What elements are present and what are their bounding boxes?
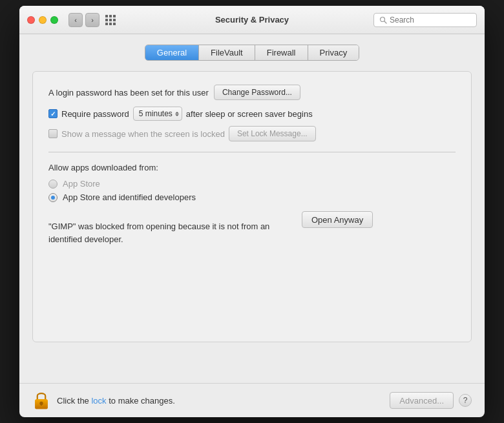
settings-panel: A login password has been set for this u… bbox=[32, 71, 472, 342]
set-lock-message-button[interactable]: Set Lock Message... bbox=[229, 126, 316, 141]
bottom-buttons: Advanced... ? bbox=[390, 392, 472, 409]
lock-message-checkbox[interactable] bbox=[48, 129, 58, 138]
minimize-button[interactable] bbox=[39, 16, 47, 24]
tab-bar: General FileVault Firewall Privacy bbox=[32, 45, 472, 61]
radio-app-store[interactable] bbox=[48, 180, 58, 189]
grid-icon bbox=[105, 15, 116, 25]
svg-line-1 bbox=[384, 21, 386, 23]
lock-icon bbox=[32, 390, 50, 411]
radio-app-store-row: App Store bbox=[48, 179, 456, 189]
traffic-lights bbox=[27, 16, 58, 24]
downloads-section: Allow apps downloaded from: App Store Ap… bbox=[48, 163, 456, 245]
blocked-row: "GIMP" was blocked from opening because … bbox=[48, 211, 456, 245]
select-arrow-icon bbox=[175, 112, 179, 116]
svg-point-0 bbox=[381, 17, 385, 21]
radio-app-store-label: App Store bbox=[63, 179, 100, 189]
help-button[interactable]: ? bbox=[459, 394, 472, 407]
window-title: Security & Privacy bbox=[215, 15, 289, 25]
require-password-label-after: after sleep or screen saver begins bbox=[186, 109, 313, 119]
content-area: General FileVault Firewall Privacy A log… bbox=[19, 34, 485, 383]
password-row: A login password has been set for this u… bbox=[48, 85, 456, 100]
select-value: 5 minutes bbox=[139, 109, 173, 118]
search-input[interactable] bbox=[390, 15, 471, 25]
section-divider bbox=[48, 152, 456, 152]
require-password-checkbox[interactable] bbox=[48, 109, 58, 118]
lock-message-row: Show a message when the screen is locked… bbox=[48, 126, 456, 141]
titlebar: ‹ › Security & Privacy bbox=[19, 6, 485, 34]
forward-button[interactable]: › bbox=[85, 13, 100, 27]
radio-app-store-identified[interactable] bbox=[48, 193, 58, 202]
lock-text-before: Click the bbox=[57, 396, 89, 406]
tab-general[interactable]: General bbox=[145, 45, 199, 60]
radio-app-store-identified-row: App Store and identified developers bbox=[48, 192, 456, 202]
password-label: A login password has been set for this u… bbox=[48, 88, 209, 98]
back-button[interactable]: ‹ bbox=[68, 13, 83, 27]
nav-buttons: ‹ › bbox=[68, 13, 100, 27]
require-password-label-before: Require password bbox=[61, 109, 129, 119]
blocked-message: "GIMP" was blocked from opening because … bbox=[48, 220, 294, 245]
tab-filevault[interactable]: FileVault bbox=[199, 45, 255, 60]
advanced-button[interactable]: Advanced... bbox=[390, 392, 454, 409]
maximize-button[interactable] bbox=[50, 16, 58, 24]
search-icon bbox=[379, 16, 387, 24]
lock-text: Click the lock to make changes. bbox=[57, 396, 175, 406]
tab-group: General FileVault Firewall Privacy bbox=[145, 45, 359, 61]
require-password-row: Require password 5 minutes after sleep o… bbox=[48, 107, 456, 121]
open-anyway-button[interactable]: Open Anyway bbox=[302, 211, 373, 228]
bottom-bar: Click the lock to make changes. Advanced… bbox=[19, 383, 485, 417]
radio-app-store-identified-label: App Store and identified developers bbox=[63, 192, 196, 202]
downloads-title: Allow apps downloaded from: bbox=[48, 163, 456, 172]
tab-firewall[interactable]: Firewall bbox=[255, 45, 308, 60]
svg-rect-5 bbox=[41, 403, 43, 406]
lock-message-label: Show a message when the screen is locked bbox=[61, 129, 225, 139]
close-button[interactable] bbox=[27, 16, 35, 24]
tab-privacy[interactable]: Privacy bbox=[308, 45, 359, 60]
search-bar[interactable] bbox=[373, 13, 477, 27]
lock-link[interactable]: lock bbox=[91, 396, 106, 406]
grid-button[interactable] bbox=[102, 13, 119, 27]
password-timeout-select[interactable]: 5 minutes bbox=[133, 107, 182, 121]
lock-text-after: to make changes. bbox=[109, 396, 175, 406]
password-section: A login password has been set for this u… bbox=[48, 85, 456, 141]
change-password-button[interactable]: Change Password... bbox=[214, 85, 300, 100]
main-window: ‹ › Security & Privacy General FileVault bbox=[19, 6, 485, 417]
